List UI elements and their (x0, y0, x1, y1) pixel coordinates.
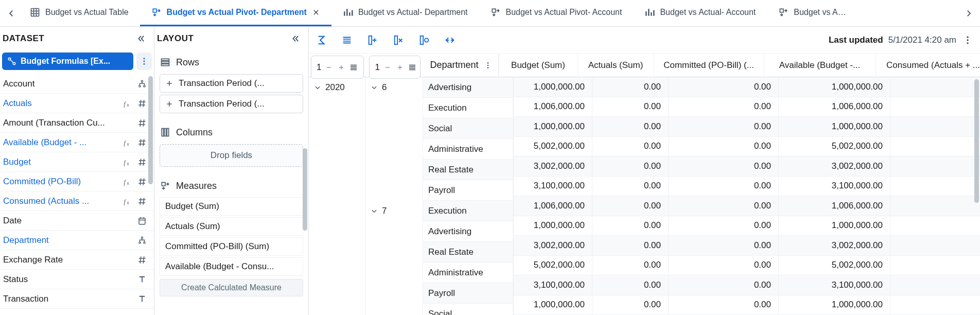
row-field-pill[interactable]: Transaction Period (... (160, 95, 303, 113)
dataset-field[interactable]: Amount (Transaction Cu... (0, 113, 154, 133)
group-cell[interactable] (365, 160, 423, 180)
data-cell[interactable]: 0.00 (890, 177, 980, 197)
dataset-field[interactable]: Transaction (0, 289, 154, 309)
data-cell[interactable]: 1,000,000.00 (779, 117, 890, 137)
department-cell[interactable]: Payroll (423, 180, 513, 201)
tab-2[interactable]: Budget vs Actual- Department (331, 0, 479, 26)
dataset-field[interactable]: Account (0, 74, 154, 94)
row-level1-menu[interactable] (349, 63, 358, 72)
year-cell[interactable] (309, 221, 365, 242)
data-cell[interactable]: 0.00 (669, 156, 778, 177)
department-cell[interactable]: Advertising (423, 221, 513, 242)
data-cell[interactable]: 0.00 (669, 275, 778, 295)
dataset-source-chip[interactable]: Budget Formulas [Ex... (2, 52, 133, 70)
data-cell[interactable]: 1,000,000.00 (779, 216, 890, 236)
data-cell[interactable]: 0.00 (890, 117, 980, 137)
year-cell[interactable] (309, 98, 365, 118)
row-level2-menu[interactable] (408, 63, 417, 72)
group-cell[interactable] (365, 98, 423, 118)
measure-column-header[interactable]: Committed (PO-Bill) (... (654, 54, 764, 77)
row-level1-minus[interactable] (324, 64, 334, 71)
data-cell[interactable]: 0.00 (592, 77, 668, 97)
data-cell[interactable]: 5,002,000.00 (779, 256, 890, 276)
data-cell[interactable]: 0.00 (669, 77, 778, 97)
department-cell[interactable]: Social (423, 304, 513, 315)
department-cell[interactable]: Administrative (423, 262, 513, 283)
dataset-field[interactable]: Status (0, 270, 154, 289)
data-cell[interactable]: 0.00 (669, 236, 778, 256)
year-cell[interactable] (309, 201, 365, 221)
dataset-field[interactable]: Consumed (Actuals ... (0, 191, 154, 211)
tab-0[interactable]: Budget vs Actual Table (19, 0, 140, 26)
tab-1[interactable]: Budget vs Actual Pivot- Department (140, 0, 331, 26)
tab-3[interactable]: Budget vs Actual Pivot- Account (479, 0, 634, 26)
data-cell[interactable]: 3,100,000.00 (514, 275, 592, 295)
group-cell[interactable] (365, 242, 423, 262)
measure-pill[interactable]: Actuals (Sum) (160, 217, 303, 236)
data-cell[interactable]: 0.00 (669, 137, 778, 157)
group-cell[interactable] (365, 262, 423, 283)
measure-pill[interactable]: Budget (Sum) (160, 197, 303, 216)
group-cell[interactable] (365, 180, 423, 201)
remove-column-button[interactable] (392, 34, 405, 46)
data-cell[interactable]: 0.00 (592, 177, 668, 197)
data-cell[interactable]: 0.00 (592, 256, 668, 276)
data-cell[interactable]: 0.00 (890, 97, 980, 117)
department-cell[interactable]: Execution (423, 98, 513, 118)
row-level1-plus[interactable] (337, 64, 346, 71)
dataset-field[interactable]: Committed (PO-Bill) (0, 172, 154, 191)
year-cell[interactable] (309, 160, 365, 180)
data-cell[interactable]: 3,100,000.00 (514, 177, 592, 197)
toolbar-more-button[interactable] (961, 34, 974, 46)
data-cell[interactable]: 0.00 (592, 156, 668, 177)
data-cell[interactable]: 5,002,000.00 (514, 256, 592, 276)
measure-column-header[interactable]: Available (Budget -... (764, 54, 876, 77)
department-cell[interactable]: Administrative (423, 139, 513, 160)
data-cell[interactable]: 0.00 (890, 275, 980, 295)
data-cell[interactable]: 0.00 (890, 256, 980, 276)
column-options-button[interactable] (418, 34, 430, 46)
data-cell[interactable]: 0.00 (669, 256, 778, 276)
data-cell[interactable]: 0.00 (592, 216, 668, 236)
year-cell[interactable]: 2020 (309, 77, 365, 98)
data-cell[interactable]: 1,000,000.00 (514, 295, 592, 316)
row-level2-plus[interactable] (395, 64, 405, 71)
data-cell[interactable]: 3,002,000.00 (514, 156, 592, 177)
create-calculated-measure-button[interactable]: Create Calculated Measure (160, 279, 303, 296)
row-level-control-2[interactable]: 1 (369, 56, 421, 79)
year-cell[interactable] (309, 118, 365, 139)
group-cell[interactable] (365, 304, 423, 315)
group-cell[interactable]: 6 (365, 77, 423, 98)
data-cell[interactable]: 1,006,000.00 (514, 196, 592, 216)
data-cell[interactable]: 3,002,000.00 (514, 236, 592, 256)
department-column-header[interactable]: Department (424, 54, 498, 77)
dataset-field[interactable]: Budget (0, 152, 154, 172)
data-cell[interactable]: 1,006,000.00 (514, 97, 592, 117)
collapse-dataset-button[interactable] (135, 33, 147, 44)
data-cell[interactable]: 0.00 (890, 295, 980, 316)
department-cell[interactable]: Payroll (423, 283, 513, 304)
dataset-field[interactable]: Exchange Rate (0, 250, 154, 270)
year-cell[interactable] (309, 242, 365, 262)
group-cell[interactable]: 7 (365, 201, 423, 221)
measure-column-header[interactable]: Actuals (Sum) (577, 54, 654, 77)
department-cell[interactable]: Real Estate (423, 160, 513, 180)
tab-4[interactable]: Budget vs Actual- Account (633, 0, 767, 26)
data-cell[interactable]: 0.00 (890, 77, 980, 97)
data-cell[interactable]: 1,000,000.00 (514, 77, 592, 97)
dataset-source-menu-button[interactable] (136, 52, 152, 70)
measure-pill[interactable]: Committed (PO-Bill) (Sum) (160, 237, 303, 256)
department-cell[interactable]: Social (423, 118, 513, 139)
collapse-layout-button[interactable] (290, 33, 301, 44)
data-cell[interactable]: 0.00 (669, 216, 778, 236)
data-cell[interactable]: 5,002,000.00 (514, 137, 592, 157)
dataset-field[interactable]: Available (Budget - ... (0, 133, 154, 152)
data-cell[interactable]: 0.00 (669, 117, 778, 137)
group-cell[interactable] (365, 118, 423, 139)
department-cell[interactable]: Execution (423, 201, 513, 221)
data-cell[interactable]: 3,002,000.00 (779, 236, 890, 256)
totals-button[interactable] (315, 34, 327, 46)
data-cell[interactable]: 1,000,000.00 (514, 216, 592, 236)
department-cell[interactable]: Advertising (423, 77, 513, 98)
data-cell[interactable]: 0.00 (669, 295, 778, 316)
